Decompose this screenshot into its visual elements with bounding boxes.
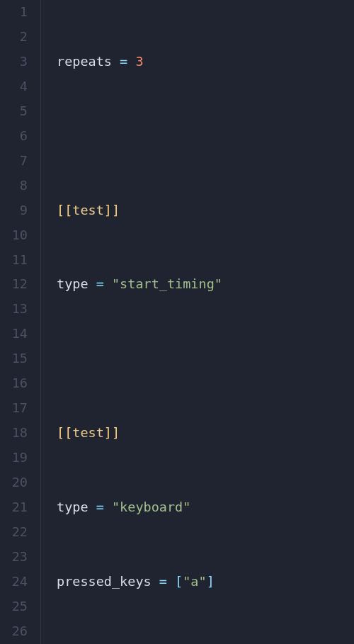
code-line[interactable]: [[test]] [57,421,354,446]
toml-key: type [57,276,88,291]
section-name: test [72,425,104,440]
string-literal: "keyboard" [112,499,190,514]
code-line[interactable]: type = "start_timing" [57,272,354,297]
array-close: ] [207,574,215,589]
line-number: 18 [0,421,28,446]
line-number: 3 [0,50,28,74]
line-number: 24 [0,570,28,594]
line-number: 16 [0,371,28,396]
string-literal: "start_timing" [112,276,222,291]
bracket-close: ]] [104,203,120,218]
line-number: 1 [0,0,28,25]
code-content[interactable]: repeats = 3 [[test]] type = "start_timin… [41,0,354,644]
line-number: 11 [0,248,28,273]
number-literal: 3 [135,54,143,69]
bracket-open: [[ [57,425,72,440]
line-number: 10 [0,223,28,248]
code-line[interactable]: repeats = 3 [57,50,354,74]
line-number: 26 [0,619,28,644]
toml-key: repeats [57,54,112,69]
line-number: 14 [0,322,28,346]
line-number: 7 [0,149,28,174]
line-number: 15 [0,346,28,371]
code-editor[interactable]: 1 2 3 4 5 6 7 8 9 10 11 12 13 14 15 16 1… [0,0,354,644]
line-number: 17 [0,396,28,421]
line-number: 4 [0,74,28,99]
line-number: 8 [0,174,28,198]
equals-operator: = [159,574,167,589]
string-literal: "a" [183,574,206,589]
line-number: 5 [0,99,28,124]
line-number: 25 [0,594,28,619]
section-name: test [72,203,104,218]
line-number: 12 [0,272,28,297]
line-number: 2 [0,25,28,50]
line-number-gutter: 1 2 3 4 5 6 7 8 9 10 11 12 13 14 15 16 1… [0,0,41,644]
code-line[interactable] [57,124,354,149]
equals-operator: = [96,276,104,291]
line-number: 22 [0,520,28,545]
line-number: 13 [0,297,28,322]
bracket-close: ]] [104,425,120,440]
code-line[interactable] [57,346,354,371]
array-open: [ [175,574,183,589]
line-number: 20 [0,470,28,495]
code-line[interactable]: type = "keyboard" [57,495,354,520]
toml-key: type [57,499,88,514]
line-number: 19 [0,446,28,470]
line-number: 6 [0,124,28,149]
line-number: 23 [0,545,28,570]
equals-operator: = [96,499,104,514]
bracket-open: [[ [57,203,72,218]
line-number: 9 [0,198,28,223]
code-line[interactable]: [[test]] [57,198,354,223]
toml-key: pressed_keys [57,574,152,589]
equals-operator: = [120,54,127,69]
line-number: 21 [0,495,28,520]
code-line[interactable]: pressed_keys = ["a"] [57,570,354,594]
